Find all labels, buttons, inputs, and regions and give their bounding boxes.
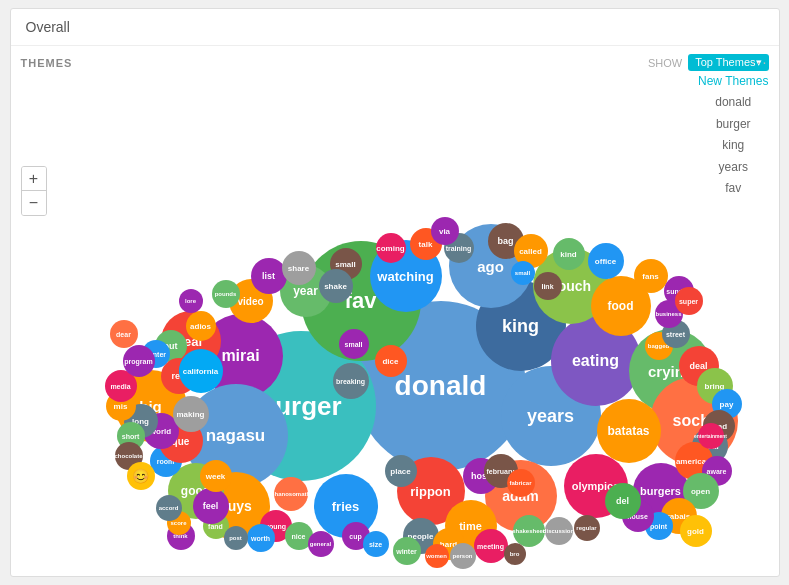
- bubble-gold[interactable]: gold: [680, 515, 712, 547]
- bubble-pounds[interactable]: pounds: [212, 280, 240, 308]
- bubble-[interactable]: 😊: [127, 462, 155, 490]
- bubble-fans[interactable]: fans: [634, 259, 668, 293]
- bubble-winter[interactable]: winter: [393, 537, 421, 565]
- page-title: Overall: [26, 19, 70, 35]
- bubble-batatas[interactable]: batatas: [597, 399, 661, 463]
- bubble-worth[interactable]: worth: [247, 524, 275, 552]
- page-header: Overall: [11, 9, 779, 46]
- show-label: SHOW: [648, 57, 682, 69]
- content-area: THEMES SHOW Top Themes▾ ··· New Themes d…: [11, 46, 779, 576]
- main-container: Overall THEMES SHOW Top Themes▾ ··· New …: [10, 8, 780, 577]
- bubble-kind[interactable]: kind: [553, 238, 585, 270]
- bubble-office[interactable]: office: [588, 243, 624, 279]
- bubble-lore[interactable]: lore: [179, 289, 203, 313]
- bubble-fabricar[interactable]: fabricar: [507, 469, 535, 497]
- bubble-shakesheet[interactable]: shakesheet: [513, 515, 545, 547]
- bubble-accord[interactable]: accord: [156, 495, 182, 521]
- bubble-making[interactable]: making: [173, 396, 209, 432]
- bubble-breaking[interactable]: breaking: [333, 363, 369, 399]
- bubble-share[interactable]: share: [282, 251, 316, 285]
- bubble-general[interactable]: general: [308, 531, 334, 557]
- bubble-feel[interactable]: feel: [193, 488, 229, 524]
- bubble-week[interactable]: week: [200, 460, 232, 492]
- bubble-adios[interactable]: adios: [186, 311, 216, 341]
- bubble-bro[interactable]: bro: [504, 543, 526, 565]
- bubble-program[interactable]: program: [123, 345, 155, 377]
- bubble-small[interactable]: small: [339, 329, 369, 359]
- bubble-shake[interactable]: shake: [319, 269, 353, 303]
- zoom-controls: + −: [21, 166, 47, 216]
- bubble-place[interactable]: place: [385, 455, 417, 487]
- bubble-small[interactable]: small: [511, 261, 535, 285]
- bubble-women[interactable]: women: [425, 544, 449, 568]
- bubble-meeting[interactable]: meeting: [474, 529, 508, 563]
- bubble-discussion[interactable]: discussion: [545, 517, 573, 545]
- zoom-out-button[interactable]: −: [22, 191, 46, 215]
- bubble-entertainment[interactable]: entertainment: [698, 423, 724, 449]
- bubble-dear[interactable]: dear: [110, 320, 138, 348]
- bubble-dice[interactable]: dice: [375, 345, 407, 377]
- bubble-person[interactable]: person: [450, 543, 476, 569]
- bubble-phanosomath[interactable]: phanosomath: [274, 477, 308, 511]
- bubble-post[interactable]: post: [224, 526, 248, 550]
- bubble-regular[interactable]: regular: [574, 515, 600, 541]
- bubble-coming[interactable]: coming: [376, 233, 406, 263]
- bubble-super[interactable]: super: [675, 287, 703, 315]
- bubble-via[interactable]: via: [431, 217, 459, 245]
- bubble-container: donaldburgerfavkingyearseatingcryingsoch…: [51, 76, 771, 536]
- bubble-link[interactable]: link: [534, 272, 562, 300]
- themes-label: THEMES: [21, 57, 73, 69]
- bubble-california[interactable]: california: [179, 349, 223, 393]
- zoom-in-button[interactable]: +: [22, 167, 46, 191]
- bubble-del[interactable]: del: [605, 483, 641, 519]
- bubble-size[interactable]: size: [363, 531, 389, 557]
- themes-toolbar: THEMES SHOW Top Themes▾: [21, 54, 769, 71]
- dots-menu[interactable]: ···: [751, 54, 769, 70]
